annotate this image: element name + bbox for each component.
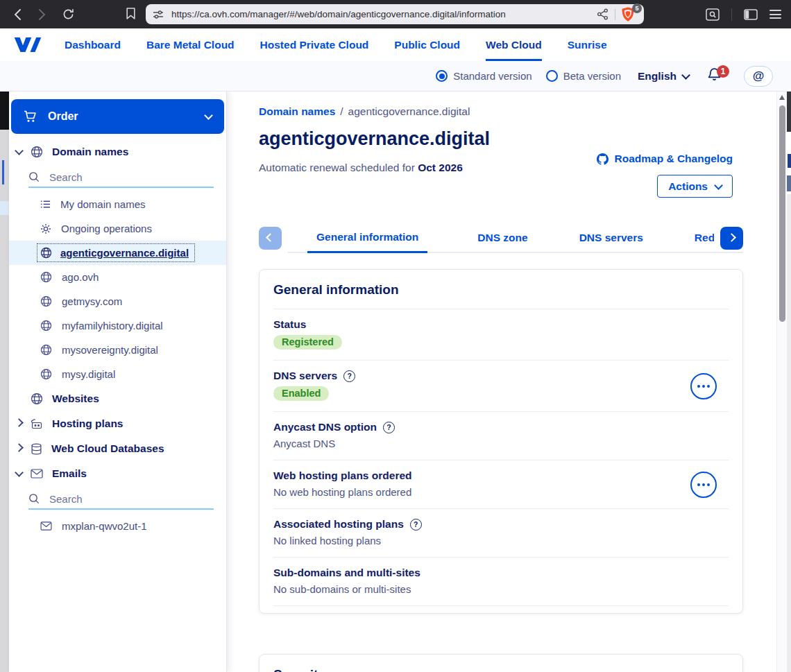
browser-reload-button[interactable] [62, 8, 74, 20]
right-edge-grey-fragment [787, 194, 791, 672]
sidebar-section-websites[interactable]: Websites [9, 386, 226, 411]
main-content: Domain names/agenticgovernance.digital a… [228, 92, 777, 672]
toolbar-divider [731, 8, 732, 21]
url-input[interactable] [170, 8, 597, 20]
globe-icon [31, 146, 43, 158]
sidebar-item-domain[interactable]: mysy.digital [9, 362, 226, 386]
sidebar-item-domain[interactable]: getmysy.com [9, 289, 226, 313]
shield-button[interactable]: 5 [622, 7, 637, 22]
nav-dashboard[interactable]: Dashboard [65, 39, 121, 61]
tabs-scroll-left-button[interactable] [259, 227, 282, 250]
browser-forward-button[interactable] [38, 9, 46, 20]
sidebar-item-ongoing-operations[interactable]: Ongoing operations [9, 216, 226, 241]
ovhcloud-logo-icon [13, 35, 42, 54]
actions-label: Actions [668, 180, 708, 193]
tab-general-information[interactable]: General information [307, 231, 427, 253]
globe-icon [31, 393, 43, 405]
help-icon[interactable]: ? [343, 370, 355, 382]
order-button[interactable]: Order [11, 99, 224, 134]
domain-search-input[interactable] [48, 171, 214, 184]
ellipsis-icon [697, 385, 700, 388]
sidebar-item-domain[interactable]: myfamilyhistory.digital [9, 313, 226, 338]
site-settings-icon[interactable] [153, 10, 164, 19]
breadcrumb-current: agenticgovernance.digital [348, 105, 470, 117]
item-label: ago.ovh [62, 271, 99, 283]
search-tabs-button[interactable] [706, 8, 720, 21]
dns-servers-label: DNS servers [273, 370, 337, 382]
web-hosting-label: Web hosting plans ordered [273, 469, 412, 482]
renewal-prefix: Automatic renewal scheduled for [259, 162, 415, 173]
search-box-icon [706, 8, 720, 21]
primary-nav: Dashboard Bare Metal Cloud Hosted Privat… [65, 39, 607, 61]
at-icon: @ [753, 69, 765, 83]
subdomains-value: No sub-domains or multi-sites [273, 583, 729, 595]
actions-button[interactable]: Actions [657, 175, 733, 198]
anycast-value: Anycast DNS [273, 438, 729, 449]
nav-sunrise[interactable]: Sunrise [568, 39, 607, 61]
forward-icon [38, 9, 46, 20]
share-button[interactable] [597, 8, 609, 20]
status-badge: Registered [273, 335, 342, 350]
notifications-button[interactable]: 1 [707, 67, 722, 85]
beta-version-radio[interactable]: Beta version [546, 70, 621, 82]
sidebar-item-mxplan[interactable]: mxplan-qwvo2ut-1 [9, 514, 226, 538]
nav-bare-metal-cloud[interactable]: Bare Metal Cloud [146, 39, 235, 61]
item-label: agenticgovernance.digital [60, 247, 189, 259]
anycast-row: Anycast DNS option ? Anycast DNS [273, 412, 729, 460]
server-icon [31, 418, 43, 430]
section-label: Emails [52, 467, 87, 480]
sidebar-item-domain[interactable]: ago.ovh [9, 265, 226, 289]
envelope-icon [31, 469, 43, 479]
sidebar-item-domain-selected[interactable]: agenticgovernance.digital [9, 241, 226, 265]
scrollbar-thumb[interactable] [779, 105, 785, 322]
sidebar-section-hosting-plans[interactable]: Hosting plans [9, 411, 226, 436]
globe-icon [40, 295, 52, 307]
help-contact-button[interactable]: @ [744, 66, 773, 87]
sidebar-item-domain[interactable]: mysovereignty.digital [9, 338, 226, 362]
help-icon[interactable]: ? [383, 422, 395, 433]
share-icon [597, 8, 609, 20]
bookmark-icon [126, 8, 135, 19]
email-search[interactable] [28, 489, 214, 510]
sidebar-section-web-cloud-databases[interactable]: Web Cloud Databases [9, 436, 226, 461]
web-hosting-menu-button[interactable] [690, 472, 717, 498]
breadcrumb-separator: / [340, 105, 343, 117]
github-icon [597, 153, 609, 165]
nav-web-cloud[interactable]: Web Cloud [486, 39, 542, 61]
tabs-scroll-right-button[interactable] [720, 227, 743, 250]
tab-dns-zone[interactable]: DNS zone [476, 232, 529, 253]
email-search-input[interactable] [48, 492, 214, 506]
roadmap-changelog-link[interactable]: Roadmap & Changelog [597, 153, 733, 165]
domain-search[interactable] [28, 167, 214, 188]
chevron-down-icon [15, 146, 24, 155]
tabs-viewport: General information DNS zone DNS servers… [307, 231, 714, 253]
sidebar-section-domain-names[interactable]: Domain names [9, 139, 226, 164]
address-bar[interactable]: 5 [146, 4, 644, 24]
chevron-right-icon [15, 418, 24, 427]
radio-checked-icon [436, 70, 448, 82]
renewal-date: Oct 2026 [418, 162, 463, 173]
language-selector[interactable]: English [638, 70, 689, 83]
card-title: Security [273, 667, 729, 672]
ovh-logo[interactable] [13, 35, 42, 57]
bookmark-button[interactable] [126, 8, 135, 19]
scroll-up-arrow-icon[interactable] [779, 95, 785, 100]
sidebar-toggle-button[interactable] [744, 9, 758, 20]
browser-back-button[interactable] [14, 9, 22, 20]
help-icon[interactable]: ? [410, 519, 422, 531]
standard-version-radio[interactable]: Standard version [436, 70, 531, 82]
chevron-down-icon [714, 181, 723, 190]
nav-hosted-private-cloud[interactable]: Hosted Private Cloud [260, 39, 369, 61]
breadcrumb-domain-names-link[interactable]: Domain names [259, 105, 335, 117]
sidebar-item-my-domain-names[interactable]: My domain names [9, 192, 226, 216]
version-bar: Standard version Beta version English 1 … [0, 61, 791, 92]
left-edge-blue-line-fragment [2, 160, 4, 184]
main-scrollbar[interactable] [776, 92, 787, 672]
right-edge-navy-fragment [788, 154, 791, 168]
browser-menu-button[interactable] [769, 10, 781, 19]
nav-public-cloud[interactable]: Public Cloud [394, 39, 460, 61]
sidebar-section-emails[interactable]: Emails [9, 461, 226, 486]
tab-dns-servers[interactable]: DNS servers [578, 232, 645, 253]
dns-servers-menu-button[interactable] [690, 373, 717, 399]
tab-redirection[interactable]: Redirection [693, 232, 714, 253]
